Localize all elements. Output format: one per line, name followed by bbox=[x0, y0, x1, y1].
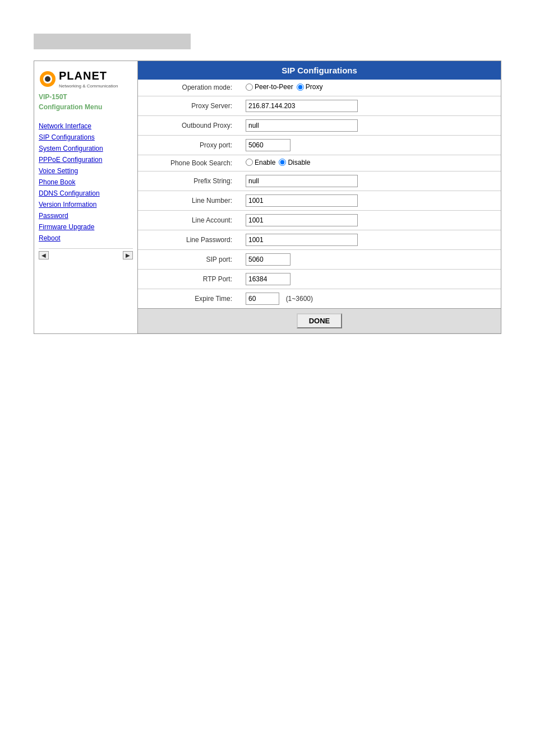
scroll-right-arrow[interactable]: ▶ bbox=[123, 251, 133, 259]
input-sip-port[interactable] bbox=[246, 253, 290, 266]
input-expire-time[interactable] bbox=[246, 293, 279, 305]
value-line-number bbox=[239, 191, 501, 211]
input-proxy-server[interactable] bbox=[246, 100, 358, 112]
value-proxy-port bbox=[239, 135, 501, 155]
sidebar-item-ddns-configuration[interactable]: DDNS Configuration bbox=[39, 188, 133, 199]
radio-proxy-label[interactable]: Proxy bbox=[297, 83, 323, 91]
value-prefix-string bbox=[239, 171, 501, 191]
row-operation-mode: Operation mode: Peer-to-Peer Proxy bbox=[138, 80, 501, 96]
sidebar-scroll: ◀ ▶ bbox=[39, 248, 133, 259]
label-expire-time: Expire Time: bbox=[138, 289, 239, 309]
logo: PLANET Networking & Communication bbox=[39, 69, 133, 89]
bottom-area bbox=[34, 345, 501, 356]
value-line-password bbox=[239, 230, 501, 250]
row-line-number: Line Number: bbox=[138, 191, 501, 211]
phone-book-search-group: Enable Disable bbox=[246, 159, 310, 166]
row-prefix-string: Prefix String: bbox=[138, 171, 501, 191]
input-rtp-port[interactable] bbox=[246, 273, 290, 285]
label-line-password: Line Password: bbox=[138, 230, 239, 250]
label-proxy-server: Proxy Server: bbox=[138, 96, 239, 115]
label-operation-mode: Operation mode: bbox=[138, 80, 239, 96]
sidebar-item-firmware-upgrade[interactable]: Firmware Upgrade bbox=[39, 221, 133, 233]
input-line-number[interactable] bbox=[246, 194, 358, 207]
planet-logo-icon bbox=[39, 70, 57, 88]
row-line-password: Line Password: bbox=[138, 230, 501, 250]
radio-enable-label[interactable]: Enable bbox=[246, 159, 275, 166]
row-expire-time: Expire Time: (1~3600) bbox=[138, 289, 501, 309]
value-rtp-port bbox=[239, 270, 501, 289]
label-rtp-port: RTP Port: bbox=[138, 270, 239, 289]
sidebar-item-system-configuration[interactable]: System Configuration bbox=[39, 143, 133, 154]
label-prefix-string: Prefix String: bbox=[138, 171, 239, 191]
done-cell: DONE bbox=[138, 309, 501, 333]
value-operation-mode: Peer-to-Peer Proxy bbox=[239, 80, 501, 96]
bottom-note bbox=[34, 345, 501, 356]
radio-disable-label[interactable]: Disable bbox=[279, 159, 310, 166]
content-area: SIP Configurations Operation mode: Peer-… bbox=[138, 61, 501, 333]
value-proxy-server bbox=[239, 96, 501, 115]
radio-disable[interactable] bbox=[279, 159, 286, 166]
svg-point-2 bbox=[45, 76, 50, 82]
label-phone-book-search: Phone Book Search: bbox=[138, 155, 239, 171]
sidebar: PLANET Networking & Communication VIP-15… bbox=[34, 61, 138, 333]
row-line-account: Line Account: bbox=[138, 211, 501, 230]
row-proxy-port: Proxy port: bbox=[138, 135, 501, 155]
input-line-password[interactable] bbox=[246, 234, 358, 246]
row-outbound-proxy: Outbound Proxy: bbox=[138, 115, 501, 135]
row-done: DONE bbox=[138, 309, 501, 333]
expire-time-hint: (1~3600) bbox=[286, 295, 313, 303]
page-title: SIP Configurations bbox=[138, 61, 501, 80]
label-line-number: Line Number: bbox=[138, 191, 239, 211]
logo-area: PLANET Networking & Communication VIP-15… bbox=[39, 67, 133, 115]
scroll-left-arrow[interactable]: ◀ bbox=[39, 251, 49, 259]
input-line-account[interactable] bbox=[246, 214, 358, 226]
radio-enable[interactable] bbox=[246, 159, 253, 166]
row-phone-book-search: Phone Book Search: Enable Disable bbox=[138, 155, 501, 171]
row-sip-port: SIP port: bbox=[138, 250, 501, 270]
sidebar-item-network-interface[interactable]: Network Interface bbox=[39, 120, 133, 132]
logo-subtitle: Networking & Communication bbox=[59, 84, 118, 89]
input-prefix-string[interactable] bbox=[246, 175, 358, 187]
input-proxy-port[interactable] bbox=[246, 139, 290, 151]
device-title: VIP-150T Configuration Menu bbox=[39, 92, 133, 112]
label-sip-port: SIP port: bbox=[138, 250, 239, 270]
done-button[interactable]: DONE bbox=[297, 313, 343, 328]
top-bar bbox=[34, 34, 191, 49]
sidebar-item-reboot[interactable]: Reboot bbox=[39, 233, 133, 244]
value-sip-port bbox=[239, 250, 501, 270]
main-container: PLANET Networking & Communication VIP-15… bbox=[34, 61, 501, 334]
value-phone-book-search: Enable Disable bbox=[239, 155, 501, 171]
sidebar-item-password[interactable]: Password bbox=[39, 210, 133, 221]
logo-text: PLANET bbox=[59, 69, 118, 82]
value-outbound-proxy bbox=[239, 115, 501, 135]
sidebar-item-voice-setting[interactable]: Voice Setting bbox=[39, 165, 133, 177]
value-line-account bbox=[239, 211, 501, 230]
value-expire-time: (1~3600) bbox=[239, 289, 501, 309]
sidebar-item-phone-book[interactable]: Phone Book bbox=[39, 177, 133, 188]
sidebar-item-version-information[interactable]: Version Information bbox=[39, 199, 133, 210]
row-rtp-port: RTP Port: bbox=[138, 270, 501, 289]
sidebar-item-pppoe-configuration[interactable]: PPPoE Configuration bbox=[39, 154, 133, 165]
label-line-account: Line Account: bbox=[138, 211, 239, 230]
operation-mode-group: Peer-to-Peer Proxy bbox=[246, 83, 322, 91]
radio-peer-to-peer-label[interactable]: Peer-to-Peer bbox=[246, 83, 293, 91]
radio-peer-to-peer[interactable] bbox=[246, 84, 253, 91]
label-outbound-proxy: Outbound Proxy: bbox=[138, 115, 239, 135]
sip-config-form: Operation mode: Peer-to-Peer Proxy bbox=[138, 80, 501, 333]
sidebar-item-sip-configurations[interactable]: SIP Configurations bbox=[39, 132, 133, 143]
label-proxy-port: Proxy port: bbox=[138, 135, 239, 155]
input-outbound-proxy[interactable] bbox=[246, 119, 358, 132]
row-proxy-server: Proxy Server: bbox=[138, 96, 501, 115]
radio-proxy[interactable] bbox=[297, 84, 304, 91]
sidebar-nav: Network Interface SIP Configurations Sys… bbox=[39, 120, 133, 244]
